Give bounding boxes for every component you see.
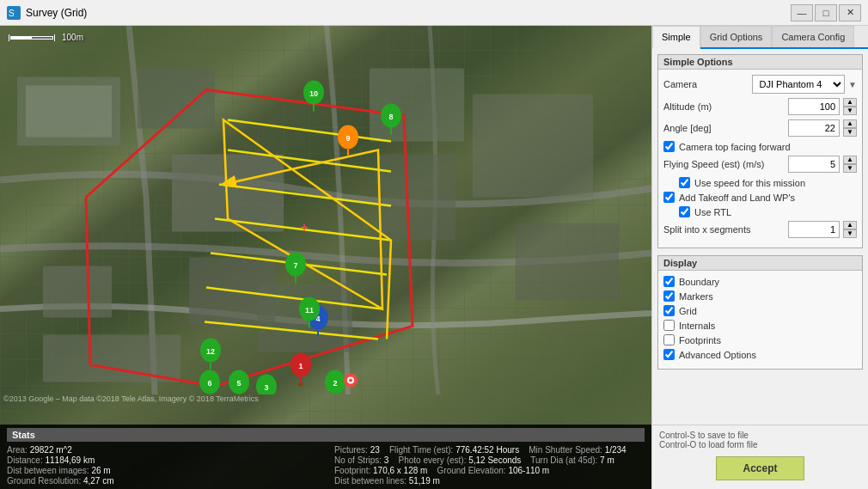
- speed-up[interactable]: ▲: [843, 156, 857, 164]
- svg-text:5: 5: [236, 379, 241, 388]
- split-down[interactable]: ▼: [843, 229, 857, 238]
- stat-ground-res: Ground Resolution: 4,27 cm: [7, 476, 317, 486]
- simple-options-section: Simple Options Camera DJI Phantom 4 ▼ Al…: [657, 54, 863, 248]
- altitude-input[interactable]: [788, 98, 840, 115]
- use-speed-row: Use speed for this mission: [679, 177, 857, 188]
- simple-options-body: Camera DJI Phantom 4 ▼ Altitude (m) ▲ ▼: [658, 70, 862, 248]
- advanced-row: Advanced Options: [663, 349, 857, 360]
- tab-simple[interactable]: Simple: [652, 26, 700, 49]
- stats-title: Stats: [7, 428, 645, 442]
- tab-grid-options[interactable]: Grid Options: [700, 26, 773, 47]
- angle-input[interactable]: [788, 119, 840, 137]
- stat-dist-lines: Dist between lines: 51,19 m: [334, 476, 645, 486]
- svg-text:9: 9: [345, 134, 350, 143]
- markers-checkbox[interactable]: [663, 290, 675, 302]
- accept-button[interactable]: Accept: [716, 456, 804, 480]
- camera-dropdown-icon: ▼: [848, 80, 857, 89]
- use-rtl-row: Use RTL: [679, 206, 857, 217]
- map-area[interactable]: 1 2 3 4: [0, 26, 651, 489]
- altitude-up[interactable]: ▲: [843, 98, 857, 107]
- display-title: Display: [658, 256, 862, 271]
- split-segments-input[interactable]: [788, 221, 840, 238]
- angle-up[interactable]: ▲: [843, 119, 857, 128]
- use-speed-checkbox[interactable]: [679, 177, 690, 188]
- svg-rect-12: [516, 223, 619, 301]
- maximize-button[interactable]: □: [815, 4, 837, 21]
- svg-text:10: 10: [309, 89, 318, 98]
- save-hint: Control-S to save to file: [659, 431, 861, 440]
- map-copyright: ©2013 Google – Map data ©2018 Tele Atlas…: [3, 394, 259, 403]
- markers-row: Markers: [663, 290, 857, 302]
- boundary-row: Boundary: [663, 276, 857, 287]
- camera-select[interactable]: DJI Phantom 4: [752, 75, 846, 94]
- stat-dist-images: Dist between images: 26 m: [7, 466, 317, 475]
- stat-distance: Distance: 11184,69 km: [7, 455, 317, 465]
- main-layout: 1 2 3 4: [0, 26, 868, 489]
- internals-checkbox[interactable]: [663, 320, 675, 331]
- scale-bar: 100m: [9, 33, 83, 42]
- add-takeoff-label: Add Takeoff and Land WP's: [679, 193, 795, 203]
- add-takeoff-row: Add Takeoff and Land WP's: [663, 192, 857, 203]
- panel-content: Simple Options Camera DJI Phantom 4 ▼ Al…: [652, 49, 868, 425]
- footprints-checkbox[interactable]: [663, 334, 675, 345]
- footprints-label: Footprints: [679, 335, 721, 345]
- panel-footer: Control-S to save to file Control-O to l…: [652, 425, 868, 489]
- boundary-checkbox[interactable]: [663, 276, 675, 287]
- stat-strips: No of Strips: 3 Photo every (est): 5,12 …: [334, 455, 645, 465]
- advanced-label: Advanced Options: [679, 350, 756, 360]
- stat-area: Area: 29822 m^2: [7, 445, 317, 455]
- angle-label: Angle [deg]: [663, 123, 785, 133]
- svg-text:1: 1: [298, 362, 303, 370]
- altitude-down[interactable]: ▼: [843, 107, 857, 115]
- svg-rect-5: [138, 69, 215, 129]
- load-hint: Control-O to load form file: [659, 440, 861, 449]
- grid-row: Grid: [663, 305, 857, 316]
- flying-speed-spinner[interactable]: ▲ ▼: [843, 156, 857, 173]
- speed-down[interactable]: ▼: [843, 164, 857, 173]
- svg-text:6: 6: [207, 379, 211, 388]
- use-rtl-checkbox[interactable]: [679, 206, 690, 217]
- svg-text:8: 8: [388, 113, 393, 121]
- camera-facing-checkbox[interactable]: [663, 141, 675, 152]
- flying-speed-row: Flying Speed (est) (m/s) ▲ ▼: [663, 156, 857, 173]
- grid-checkbox[interactable]: [663, 305, 675, 316]
- boundary-label: Boundary: [679, 277, 719, 287]
- window-controls: — □ ✕: [791, 4, 861, 21]
- add-takeoff-checkbox[interactable]: [663, 192, 675, 203]
- svg-text:12: 12: [206, 347, 215, 356]
- svg-rect-9: [370, 69, 464, 142]
- stat-footprint: Footprint: 170,6 x 128 m Ground Elevatio…: [334, 466, 645, 475]
- svg-rect-13: [43, 335, 180, 382]
- use-rtl-label: Use RTL: [694, 207, 731, 217]
- angle-spinner[interactable]: ▲ ▼: [843, 119, 857, 137]
- angle-down[interactable]: ▼: [843, 128, 857, 137]
- markers-label: Markers: [679, 291, 713, 302]
- altitude-label: Altitude (m): [663, 101, 785, 112]
- display-body: Boundary Markers Grid Internals: [658, 271, 862, 369]
- angle-row: Angle [deg] ▲ ▼: [663, 119, 857, 137]
- svg-text:S: S: [9, 9, 15, 18]
- split-up[interactable]: ▲: [843, 221, 857, 229]
- title-bar: S Survey (Grid) — □ ✕: [0, 0, 868, 26]
- advanced-checkbox[interactable]: [663, 349, 675, 360]
- flying-speed-input[interactable]: [788, 156, 840, 173]
- altitude-row: Altitude (m) ▲ ▼: [663, 98, 857, 115]
- footprints-row: Footprints: [663, 334, 857, 345]
- minimize-button[interactable]: —: [791, 4, 813, 21]
- map-svg: 1 2 3 4: [0, 26, 651, 394]
- use-speed-label: Use speed for this mission: [694, 178, 805, 188]
- close-button[interactable]: ✕: [839, 4, 861, 21]
- display-section: Display Boundary Markers Grid: [657, 255, 863, 370]
- simple-options-title: Simple Options: [658, 55, 862, 70]
- tab-camera-config[interactable]: Camera Config: [772, 26, 854, 47]
- altitude-spinner[interactable]: ▲ ▼: [843, 98, 857, 115]
- camera-facing-label: Camera top facing forward: [679, 142, 791, 152]
- svg-rect-10: [378, 155, 455, 241]
- svg-point-30: [298, 383, 303, 387]
- svg-text:2: 2: [333, 379, 337, 388]
- camera-facing-row: Camera top facing forward: [663, 141, 857, 152]
- split-spinner[interactable]: ▲ ▼: [843, 221, 857, 238]
- app-icon: S: [7, 6, 21, 20]
- flying-speed-label: Flying Speed (est) (m/s): [663, 159, 785, 169]
- svg-rect-4: [26, 86, 112, 138]
